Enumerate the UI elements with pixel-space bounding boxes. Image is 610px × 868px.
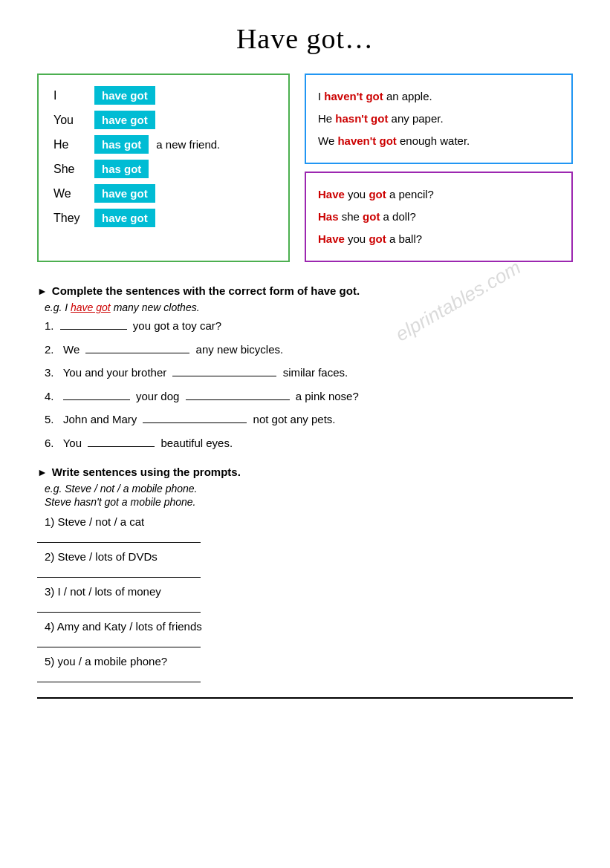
exercise-2-example-answer: Steve hasn't got a mobile phone. xyxy=(45,496,573,508)
grammar-row-4: Shehas got xyxy=(53,160,273,178)
neg-text-2: hasn't got xyxy=(335,112,388,125)
write-line-5 xyxy=(37,669,201,682)
write-item-5: 5) you / a mobile phone? xyxy=(45,655,573,668)
grammar-row-6: Theyhave got xyxy=(53,209,273,227)
top-section: Ihave gotYouhave gotHehas gota new frien… xyxy=(37,74,573,262)
neg-text-1: haven't got xyxy=(324,90,383,102)
fill-line-4: 4. your dog a pink nose? xyxy=(45,387,573,406)
extra-text-3: a new friend. xyxy=(156,138,220,151)
blank-4b xyxy=(186,399,290,400)
fill-line-3: 3. You and your brother similar faces. xyxy=(45,363,573,382)
q-red-got-1: got xyxy=(369,188,386,200)
q-red-2: Has xyxy=(318,210,339,223)
exercise-1-instruction: Complete the sentences with the correct … xyxy=(52,284,360,297)
write-item-4: 4) Amy and Katy / lots of friends xyxy=(45,620,573,633)
fill-line-1: 1. you got a toy car? xyxy=(45,316,573,336)
subject-1: I xyxy=(53,89,94,102)
exercise-2-example-prompt: e.g. Steve / not / a mobile phone. xyxy=(45,483,573,495)
question-line-3: Have you got a ball? xyxy=(318,228,559,250)
grammar-row-3: Hehas gota new friend. xyxy=(53,135,273,154)
subject-4: She xyxy=(53,163,94,176)
write-line-3 xyxy=(37,599,201,613)
write-item-1: 1) Steve / not / a cat xyxy=(45,515,573,528)
fill-line-2: 2. We any new bicycles. xyxy=(45,340,573,359)
example-answer: have got xyxy=(71,301,111,313)
exercise-1-example: e.g. I have got many new clothes. xyxy=(45,301,573,313)
blank-6 xyxy=(88,446,155,447)
verb-box-5: have got xyxy=(94,184,155,203)
grammar-table: Ihave gotYouhave gotHehas gota new frien… xyxy=(37,74,290,262)
negative-line-1: I haven't got an apple. xyxy=(318,85,559,108)
subject-3: He xyxy=(53,138,94,151)
exercise-1-section: ► Complete the sentences with the correc… xyxy=(37,284,573,452)
grammar-row-5: Wehave got xyxy=(53,184,273,203)
subject-6: They xyxy=(53,212,94,225)
subject-2: You xyxy=(53,114,94,127)
question-box: Have you got a pencil? Has she got a dol… xyxy=(305,172,573,262)
verb-box-4: has got xyxy=(94,160,149,178)
right-section: I haven't got an apple. He hasn't got an… xyxy=(305,74,573,262)
grammar-row-2: Youhave got xyxy=(53,111,273,129)
verb-box-6: have got xyxy=(94,209,155,227)
arrow-icon-2: ► xyxy=(37,466,48,478)
write-item-2: 2) Steve / lots of DVDs xyxy=(45,550,573,563)
fill-line-6: 6. You beautiful eyes. xyxy=(45,434,573,453)
negative-box: I haven't got an apple. He hasn't got an… xyxy=(305,74,573,164)
negative-line-3: We haven't got enough water. xyxy=(318,130,559,152)
arrow-icon-1: ► xyxy=(37,285,48,297)
bottom-divider xyxy=(37,697,573,699)
write-item-3: 3) I / not / lots of money xyxy=(45,585,573,598)
q-red-got-3: got xyxy=(369,232,386,245)
write-line-1 xyxy=(37,529,201,543)
grammar-row-1: Ihave got xyxy=(53,86,273,105)
question-line-1: Have you got a pencil? xyxy=(318,183,559,206)
blank-1 xyxy=(60,329,127,330)
example-text: I have got many new clothes. xyxy=(65,301,199,313)
fill-line-5: 5. John and Mary not got any pets. xyxy=(45,410,573,429)
verb-box-1: have got xyxy=(94,86,155,105)
blank-4a xyxy=(63,399,130,400)
negative-line-2: He hasn't got any paper. xyxy=(318,108,559,130)
q-red-1: Have xyxy=(318,188,345,200)
exercise-2-section: ► Write sentences using the prompts. e.g… xyxy=(37,466,573,682)
blank-5 xyxy=(143,422,247,423)
exercise-1-header: ► Complete the sentences with the correc… xyxy=(37,284,573,297)
blank-3 xyxy=(172,376,276,376)
verb-box-2: have got xyxy=(94,111,155,129)
write-line-2 xyxy=(37,564,201,578)
exercise-2-instruction: Write sentences using the prompts. xyxy=(52,466,241,478)
subject-5: We xyxy=(53,187,94,200)
exercise-2-header: ► Write sentences using the prompts. xyxy=(37,466,573,478)
question-line-2: Has she got a doll? xyxy=(318,206,559,228)
verb-box-3: has got xyxy=(94,135,149,154)
q-red-3: Have xyxy=(318,232,345,245)
neg-text-3: haven't got xyxy=(337,134,396,147)
page-title: Have got… xyxy=(37,22,573,55)
q-red-got-2: got xyxy=(363,210,380,223)
write-line-4 xyxy=(37,634,201,647)
blank-2 xyxy=(85,353,189,353)
